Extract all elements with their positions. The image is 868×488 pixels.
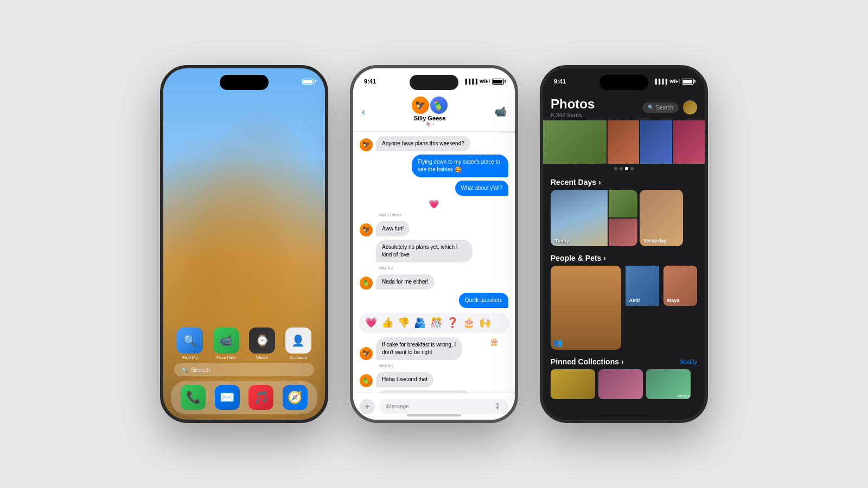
dynamic-island-2: [410, 75, 458, 90]
today-card[interactable]: Today: [551, 190, 637, 246]
app-facetime[interactable]: 📹 FaceTime: [213, 328, 239, 360]
app-findmy[interactable]: 🔍 Find My: [177, 328, 203, 360]
photos-header: Photos 8,342 Items 🔍 Search: [543, 92, 705, 120]
person-card-amit[interactable]: Amit: [626, 266, 659, 306]
app-dock-area: 🔍 Find My 📹 FaceTime ⌚ Watch 👤 Contacts: [163, 328, 325, 420]
app-watch[interactable]: ⌚ Watch: [249, 328, 275, 360]
msg-8: 🦅 If cake for breakfast is wrong, I don'…: [360, 337, 508, 360]
findmy-label: Find My: [182, 355, 197, 360]
hero-img-1: [543, 120, 607, 164]
msg-5: Absolutely no plans yet, which I kind of…: [360, 240, 508, 262]
search-bar[interactable]: 🔍 Search: [174, 363, 314, 376]
pinned-card-3[interactable]: Meerut: [646, 369, 691, 399]
phone-1-screen: 9:41 ▐▐▐▐ WiFi MONDAY 10 Site visit 10:1…: [163, 68, 325, 420]
group-icon: 👥: [553, 338, 563, 347]
yesterday-label: Yesterday: [643, 238, 667, 243]
msg-4: 🦅 Aww fun!: [360, 221, 508, 236]
search-button[interactable]: 🔍 Search: [642, 102, 679, 113]
person-card-large[interactable]: 👥: [551, 266, 621, 350]
battery-2: [492, 79, 504, 85]
dock-phone[interactable]: 📞: [181, 385, 206, 410]
phone-2: 9:41 ▐▐▐▐ WiFi ‹ 🦅 🦜 Silly Geese 👻 › 📹: [350, 65, 518, 423]
tapback-hands[interactable]: 🙌: [479, 317, 491, 329]
phone-3-screen: 9:41 ▐▐▐▐ WiFi Photos 8,342 Items 🔍 Sear…: [543, 68, 705, 420]
messages-body: 🦅 Anyone have plans this weekend? Flying…: [353, 132, 515, 418]
home-indicator-2: [407, 414, 461, 416]
msg-bubble-2: Flying down to my sister's place to see …: [412, 155, 508, 177]
recent-days-grid: Today Yesterday: [543, 190, 705, 246]
hero-img-3: [640, 120, 672, 164]
facetime-icon: 📹: [213, 328, 239, 354]
contacts-icon: 👤: [285, 328, 311, 354]
pinned-card-2[interactable]: [598, 369, 643, 399]
msg-6: 🦜 Nada for me either!: [360, 274, 508, 290]
tapback-hug[interactable]: 🫂: [414, 317, 426, 329]
profile-avatar[interactable]: [683, 100, 697, 114]
dynamic-island-1: [220, 75, 269, 90]
pinned-card-1[interactable]: [551, 369, 595, 399]
people-pets-header: People & Pets ›: [543, 249, 705, 266]
tapback-thumbsdown[interactable]: 👎: [398, 317, 410, 329]
modify-link[interactable]: Modify: [680, 358, 697, 365]
sender-label-3: Will Xu: [360, 363, 508, 368]
app-row: 🔍 Find My 📹 FaceTime ⌚ Watch 👤 Contacts: [163, 328, 325, 360]
watch-icon: ⌚: [249, 328, 275, 354]
watch-label: Watch: [256, 355, 268, 360]
mic-icon[interactable]: 🎙: [494, 402, 502, 411]
add-attachment-button[interactable]: +: [360, 399, 375, 414]
wifi-3: WiFi: [669, 79, 680, 84]
photos-count: 8,342 Items: [551, 112, 595, 118]
find-my-icon: 🔍: [177, 328, 203, 354]
yesterday-card[interactable]: Yesterday: [640, 190, 683, 246]
signal-2: ▐▐▐▐: [464, 79, 478, 84]
photos-search-label: Search: [656, 105, 673, 111]
contact-name: Silly Geese: [414, 115, 446, 121]
time-2: 9:41: [364, 78, 376, 85]
msg-7: Quick question:: [360, 293, 508, 308]
tapback-heart[interactable]: 💗: [365, 317, 377, 329]
app-contacts[interactable]: 👤 Contacts: [285, 328, 311, 360]
dock-safari[interactable]: 🧭: [283, 385, 308, 410]
msg-9: 🦜 Haha I second that: [360, 372, 508, 387]
people-grid: 👥 Amit Maya: [543, 266, 705, 350]
pinned-grid: Meerut: [543, 369, 705, 399]
sender-label-2: Will Xu: [360, 266, 508, 271]
page-dots: [543, 164, 705, 174]
video-call-button[interactable]: 📹: [494, 106, 506, 118]
heart-reaction: 💗: [360, 199, 508, 209]
time-3: 9:41: [554, 78, 566, 85]
msg-avatar-4: 🦅: [360, 347, 373, 360]
recent-days-header: Recent Days ›: [543, 174, 705, 190]
sender-label-1: Mark Disler: [360, 213, 508, 217]
tapback-thumbsup[interactable]: 👍: [381, 317, 393, 329]
msg-avatar-5: 🦜: [360, 374, 373, 387]
msg-bubble-4: Aww fun!: [376, 221, 410, 236]
message-input-field[interactable]: iMessage 🎙: [379, 399, 508, 414]
msg-3: What about y'all?: [360, 181, 508, 196]
back-button[interactable]: ‹: [362, 106, 365, 118]
pinned-header: Pinned Collections › Modify: [543, 353, 705, 369]
recent-days-title: Recent Days ›: [551, 178, 601, 187]
msg-avatar-2: 🦅: [360, 223, 373, 236]
msg-avatar-3: 🦜: [360, 277, 373, 290]
msg-bubble-1: Anyone have plans this weekend?: [376, 136, 470, 151]
tapback-celebrate[interactable]: 🎊: [430, 317, 442, 329]
facetime-label: FaceTime: [216, 355, 235, 360]
people-pets-title: People & Pets ›: [551, 254, 606, 262]
contact-info: 🦅 🦜 Silly Geese 👻 ›: [412, 97, 448, 127]
person-card-maya[interactable]: Maya: [663, 266, 697, 306]
msg-bubble-9: Haha I second that: [376, 372, 433, 387]
tapback-cake[interactable]: 🎂: [463, 317, 475, 329]
dock-music[interactable]: 🎵: [248, 385, 273, 410]
phone-1: 9:41 ▐▐▐▐ WiFi MONDAY 10 Site visit 10:1…: [160, 65, 328, 423]
maya-label: Maya: [667, 298, 680, 303]
phone-3: 9:41 ▐▐▐▐ WiFi Photos 8,342 Items 🔍 Sear…: [540, 65, 708, 423]
search-bar-icon: 🔍: [182, 367, 188, 373]
dot-3: [625, 167, 628, 170]
phone-2-screen: 9:41 ▐▐▐▐ WiFi ‹ 🦅 🦜 Silly Geese 👻 › 📹: [353, 68, 515, 420]
home-indicator-3: [597, 414, 651, 416]
dot-4: [630, 167, 634, 170]
dock-mail[interactable]: ✉️: [215, 385, 240, 410]
tapback-question[interactable]: ❓: [446, 317, 458, 329]
hero-img-2: [608, 120, 639, 164]
